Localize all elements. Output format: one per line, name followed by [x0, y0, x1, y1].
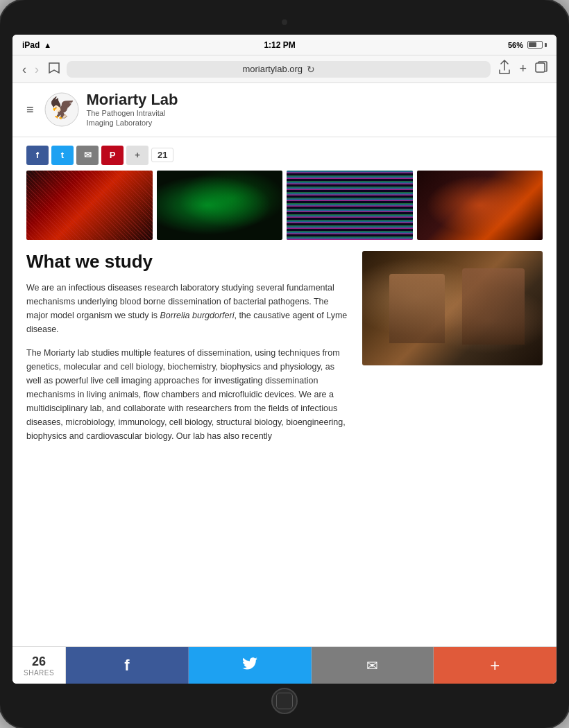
- main-content-area: What we study We are an infectious disea…: [12, 251, 557, 453]
- gallery-image-2: [157, 171, 283, 240]
- url-text: moriartylab.org: [242, 64, 303, 74]
- pinterest-share-button[interactable]: P: [101, 146, 124, 165]
- bottom-share-number: 26: [32, 655, 46, 669]
- svg-text:🦅: 🦅: [49, 96, 75, 121]
- bottom-facebook-button[interactable]: f: [66, 647, 189, 684]
- status-bar: iPad ▲ 1:12 PM 56%: [12, 35, 557, 55]
- bottom-twitter-button[interactable]: [189, 647, 312, 684]
- social-sharing-bar: f t ✉ P + 21: [12, 137, 557, 171]
- italic-species: Borrelia burgdorferi: [160, 311, 234, 320]
- site-logo-area: 🦅 Moriarty Lab The Pathogen Intravital I…: [44, 92, 178, 128]
- content-left: What we study We are an infectious disea…: [26, 251, 348, 453]
- email-share-button[interactable]: ✉: [76, 146, 99, 165]
- paragraph-1: We are an infectious diseases research l…: [26, 281, 348, 336]
- svg-rect-0: [536, 63, 545, 72]
- gallery-image-1: [26, 171, 153, 240]
- site-logo-emblem: 🦅: [44, 92, 80, 128]
- ipad-device: iPad ▲ 1:12 PM 56% ‹ ›: [0, 0, 569, 728]
- back-button[interactable]: ‹: [19, 63, 29, 76]
- tabs-button[interactable]: [533, 60, 550, 78]
- device-bottom-bar: [12, 686, 557, 716]
- bottom-twitter-icon: [242, 657, 257, 673]
- site-title: Moriarty Lab: [87, 92, 178, 108]
- toolbar-actions: +: [496, 60, 550, 78]
- reload-button[interactable]: ↻: [307, 64, 315, 75]
- bottom-facebook-icon: f: [124, 657, 129, 675]
- paragraph-2: The Moriarty lab studies multiple featur…: [26, 346, 348, 443]
- home-button[interactable]: [271, 688, 298, 714]
- website-content: ≡ 🦅 Moriarty Lab The Pathogen Intravital…: [12, 83, 557, 684]
- bottom-share-count: 26 SHARES: [12, 647, 66, 684]
- bottom-shares-label: SHARES: [24, 669, 54, 677]
- status-left: iPad ▲: [22, 40, 51, 50]
- bottom-email-button[interactable]: ✉: [312, 647, 434, 684]
- url-bar[interactable]: moriartylab.org ↻: [67, 61, 491, 78]
- browser-toolbar: ‹ › moriartylab.org ↻ +: [12, 55, 557, 83]
- battery-percent: 56%: [508, 41, 523, 49]
- hamburger-menu-button[interactable]: ≡: [26, 103, 34, 116]
- share-button[interactable]: [496, 60, 513, 78]
- facebook-share-button[interactable]: f: [26, 146, 49, 165]
- content-right: [362, 251, 543, 453]
- bookmarks-button[interactable]: [47, 62, 61, 77]
- forward-button[interactable]: ›: [32, 63, 42, 76]
- site-title-area: Moriarty Lab The Pathogen Intravital Ima…: [87, 92, 178, 128]
- site-subtitle-line1: The Pathogen Intravital: [87, 108, 178, 118]
- bottom-more-icon: +: [490, 656, 500, 675]
- add-tab-button[interactable]: +: [517, 60, 529, 78]
- image-gallery: [12, 171, 557, 251]
- browser-nav: ‹ ›: [19, 63, 42, 76]
- bottom-email-icon: ✉: [366, 657, 378, 674]
- home-button-inner: [276, 693, 293, 709]
- gallery-image-4: [417, 171, 543, 240]
- front-camera: [282, 19, 287, 25]
- twitter-share-button[interactable]: t: [51, 146, 74, 165]
- status-time: 1:12 PM: [264, 40, 295, 50]
- lab-figure-1: [389, 274, 445, 343]
- bottom-share-bar: 26 SHARES f ✉ +: [12, 646, 557, 684]
- share-count-badge: 21: [151, 148, 173, 162]
- wifi-icon: ▲: [44, 41, 51, 49]
- battery-icon: [527, 41, 547, 49]
- section-heading: What we study: [26, 251, 348, 272]
- site-subtitle-line2: Imaging Laboratory: [87, 118, 178, 128]
- lab-figure-2: [462, 268, 525, 345]
- page-content[interactable]: f t ✉ P + 21 What we study: [12, 137, 557, 646]
- gallery-image-3: [287, 171, 413, 240]
- site-header: ≡ 🦅 Moriarty Lab The Pathogen Intravital…: [12, 83, 557, 137]
- more-share-button[interactable]: +: [126, 146, 148, 165]
- bottom-more-button[interactable]: +: [434, 647, 557, 684]
- lab-photo: [362, 251, 543, 365]
- screen: iPad ▲ 1:12 PM 56% ‹ ›: [12, 35, 557, 684]
- device-label: iPad: [22, 40, 40, 50]
- device-top-bar: [12, 12, 557, 32]
- status-right: 56%: [508, 41, 547, 49]
